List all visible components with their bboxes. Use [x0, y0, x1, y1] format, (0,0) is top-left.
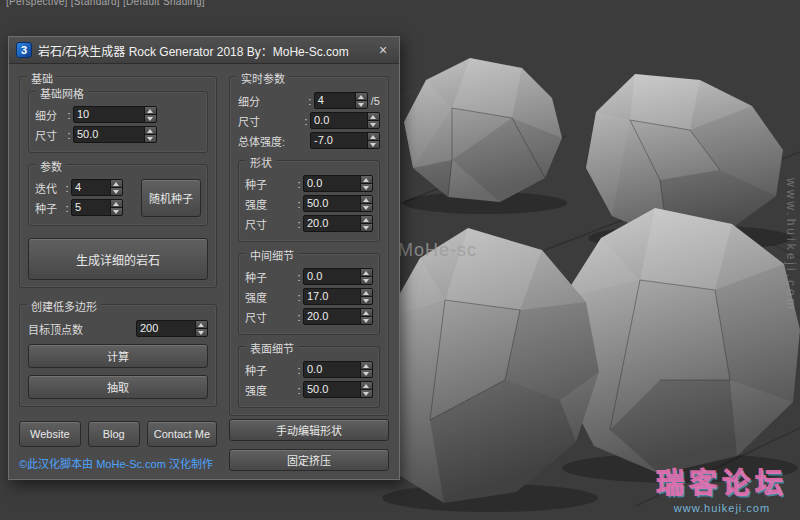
group-surface-detail-title: 表面细节 [246, 340, 298, 356]
spinner-arrows[interactable] [360, 196, 372, 211]
seed-spinner[interactable]: 5 [71, 199, 123, 216]
target-verts-spinner[interactable]: 200 [136, 320, 208, 337]
spinner-arrows[interactable] [195, 321, 207, 336]
surface-seed-row: 种子 : 0.0 [245, 361, 373, 378]
spinner-arrows[interactable] [360, 289, 372, 304]
colon: : [295, 364, 303, 376]
footer-buttons: Website Blog Contact Me [19, 421, 217, 447]
colon: : [63, 182, 71, 194]
dialog-titlebar[interactable]: 3 岩石/石块生成器 Rock Generator 2018 By：MoHe-S… [9, 37, 399, 64]
seed-row: 种子 : 5 [35, 199, 135, 216]
spinner-arrows[interactable] [360, 216, 372, 231]
seed-value: 5 [72, 200, 110, 215]
spinner-arrows[interactable] [360, 382, 372, 397]
watermark-corner-subtitle: www.huikeji.com [656, 502, 788, 514]
live-subdiv-label: 细分 [238, 93, 306, 109]
generate-rock-button[interactable]: 生成详细的岩石 [28, 238, 208, 280]
mid-strength-label: 强度 [245, 289, 295, 305]
right-column: 实时参数 细分 : 4 /5 尺寸 : 0.0 [229, 76, 389, 471]
shape-seed-spinner[interactable]: 0.0 [303, 175, 373, 192]
group-basic-title: 基础 [27, 70, 57, 86]
mid-strength-spinner[interactable]: 17.0 [303, 288, 373, 305]
iterations-spinner[interactable]: 4 [71, 179, 123, 196]
group-mid-detail-title: 中间细节 [246, 247, 298, 263]
fixed-extrude-button[interactable]: 固定挤压 [229, 449, 389, 471]
group-lowpoly: 创建低多边形 目标顶点数 200 计算 抽取 [19, 304, 217, 407]
params-rows: 迭代 : 4 种子 : 5 [35, 176, 135, 219]
group-basic: 基础 基础网格 细分 : 10 尺寸 : [19, 76, 217, 288]
live-size-label: 尺寸 [238, 113, 302, 129]
spinner-arrows[interactable] [360, 269, 372, 284]
spinner-arrows[interactable] [360, 362, 372, 377]
spinner-arrows[interactable] [110, 180, 122, 195]
surface-seed-spinner[interactable]: 0.0 [303, 361, 373, 378]
right-bottom-buttons: 手动编辑形状 固定挤压 [229, 419, 389, 471]
live-subdiv-spinner[interactable]: 4 [314, 92, 368, 109]
spinner-arrows[interactable] [367, 113, 379, 128]
mid-seed-spinner[interactable]: 0.0 [303, 268, 373, 285]
overall-strength-label: 总体强度: [238, 133, 310, 149]
extract-button[interactable]: 抽取 [28, 375, 208, 399]
group-live-params: 实时参数 细分 : 4 /5 尺寸 : 0.0 [229, 76, 389, 416]
base-subdiv-spinner[interactable]: 10 [73, 106, 157, 123]
live-size-row: 尺寸 : 0.0 [238, 112, 380, 129]
iterations-label: 迭代 [35, 180, 63, 196]
spinner-arrows[interactable] [360, 176, 372, 191]
maxscript-icon: 3 [16, 42, 32, 58]
shape-strength-label: 强度 [245, 196, 295, 212]
contact-button[interactable]: Contact Me [147, 421, 217, 447]
edit-shape-button[interactable]: 手动编辑形状 [229, 419, 389, 441]
group-base-mesh-title: 基础网格 [36, 85, 88, 101]
close-icon[interactable]: × [373, 41, 393, 59]
group-params-title: 参数 [36, 158, 66, 174]
overall-strength-value: -7.0 [311, 133, 367, 148]
group-shape: 形状 种子 : 0.0 强度 : 50.0 [238, 160, 380, 242]
colon: : [65, 129, 73, 141]
shape-strength-spinner[interactable]: 50.0 [303, 195, 373, 212]
blog-button[interactable]: Blog [88, 421, 140, 447]
base-size-value: 50.0 [74, 127, 144, 142]
base-size-label: 尺寸 [35, 127, 65, 143]
base-subdiv-value: 10 [74, 107, 144, 122]
mid-seed-value: 0.0 [304, 269, 360, 284]
colon: : [295, 198, 303, 210]
live-size-value: 0.0 [311, 113, 367, 128]
target-verts-label: 目标顶点数 [28, 321, 136, 337]
dialog-title: 岩石/石块生成器 Rock Generator 2018 By：MoHe-Sc.… [38, 42, 367, 59]
surface-strength-row: 强度 : 50.0 [245, 381, 373, 398]
mid-size-spinner[interactable]: 20.0 [303, 308, 373, 325]
surface-seed-label: 种子 [245, 362, 295, 378]
shape-size-spinner[interactable]: 20.0 [303, 215, 373, 232]
live-subdiv-max: /5 [371, 95, 380, 107]
colon: : [295, 384, 303, 396]
surface-strength-spinner[interactable]: 50.0 [303, 381, 373, 398]
spinner-arrows[interactable] [110, 200, 122, 215]
mid-size-row: 尺寸 : 20.0 [245, 308, 373, 325]
iterations-value: 4 [72, 180, 110, 195]
target-verts-row: 目标顶点数 200 [28, 320, 208, 337]
mid-size-label: 尺寸 [245, 309, 295, 325]
base-subdiv-label: 细分 [35, 107, 65, 123]
spinner-arrows[interactable] [144, 107, 156, 122]
shape-seed-row: 种子 : 0.0 [245, 175, 373, 192]
calculate-button[interactable]: 计算 [28, 344, 208, 368]
random-seed-button[interactable]: 随机种子 [141, 179, 201, 217]
shape-seed-value: 0.0 [304, 176, 360, 191]
shape-strength-value: 50.0 [304, 196, 360, 211]
spinner-arrows[interactable] [367, 133, 379, 148]
base-subdiv-row: 细分 : 10 [35, 106, 201, 123]
group-live-params-title: 实时参数 [237, 70, 289, 86]
mid-seed-row: 种子 : 0.0 [245, 268, 373, 285]
localization-credit-link[interactable]: ©此汉化脚本由 MoHe-Sc.com 汉化制作 [19, 455, 217, 471]
live-size-spinner[interactable]: 0.0 [310, 112, 380, 129]
viewport-view-label[interactable]: [Perspective] [Standard] [Default Shadin… [6, 0, 205, 7]
website-button[interactable]: Website [19, 421, 81, 447]
overall-strength-spinner[interactable]: -7.0 [310, 132, 380, 149]
group-surface-detail: 表面细节 种子 : 0.0 强度 : 50.0 [238, 346, 380, 408]
spinner-arrows[interactable] [144, 127, 156, 142]
spinner-arrows[interactable] [360, 309, 372, 324]
watermark-side-vertical: www.huikeji.com [784, 178, 798, 312]
spinner-arrows[interactable] [355, 93, 367, 108]
live-subdiv-value: 4 [315, 93, 355, 108]
base-size-spinner[interactable]: 50.0 [73, 126, 157, 143]
